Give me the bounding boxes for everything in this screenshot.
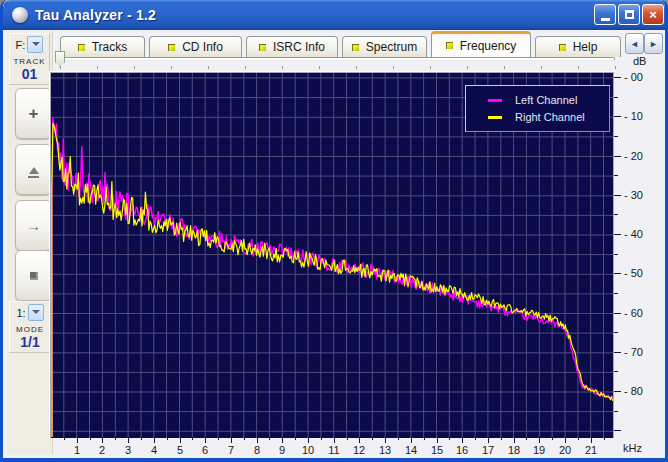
tab-spectrum[interactable]: Spectrum [342, 36, 427, 57]
track-label: TRACK [10, 57, 49, 66]
tab-cd-info[interactable]: CD Info [149, 36, 242, 57]
db-tick-label: - 60 [624, 307, 643, 319]
position-slider-track[interactable] [58, 57, 615, 61]
mode-combo-dropdown[interactable] [28, 304, 44, 321]
slider-tick [430, 66, 431, 69]
db-tick [614, 332, 618, 333]
khz-tick-label: 14 [401, 444, 421, 456]
khz-tick-label: 21 [581, 444, 601, 456]
khz-tick-label: 10 [298, 444, 318, 456]
plus-icon: + [29, 107, 39, 121]
legend-entry: Right Channel [488, 111, 609, 123]
close-icon: × [649, 7, 657, 22]
khz-tick [424, 437, 425, 440]
slider-tick [578, 66, 579, 69]
chart-legend: Left ChannelRight Channel [465, 85, 610, 132]
track-number: 01 [10, 66, 49, 82]
db-tick-label: - 10 [624, 110, 643, 122]
maximize-icon [625, 10, 634, 19]
tab-isrc-info[interactable]: ISRC Info [246, 36, 338, 57]
slider-tick [356, 66, 357, 69]
khz-tick [398, 437, 399, 440]
khz-tick-label: 12 [349, 444, 369, 456]
tab-help[interactable]: Help [535, 36, 621, 57]
khz-tick [604, 437, 605, 440]
khz-tick [462, 437, 463, 443]
chevron-left-icon: ◄ [630, 39, 639, 49]
khz-tick [526, 437, 527, 440]
title-bar[interactable]: Tau Analyzer - 1.2 × [3, 0, 668, 30]
app-window: Tau Analyzer - 1.2 × TracksCD InfoISRC I… [0, 0, 668, 462]
khz-tick [102, 437, 103, 443]
db-tick-label: - 40 [624, 228, 643, 240]
db-tick [614, 293, 618, 294]
khz-tick [565, 437, 566, 443]
tab-scroll-left-button[interactable]: ◄ [625, 33, 644, 54]
khz-tick [128, 437, 129, 443]
khz-tick-label: 11 [324, 444, 344, 456]
khz-tick [218, 437, 219, 440]
tab-frequency[interactable]: Frequency [431, 31, 531, 57]
drive-track-panel: F: TRACK 01 [9, 33, 50, 85]
khz-tick [475, 437, 476, 440]
mode-combo[interactable]: 1: [10, 304, 50, 321]
tab-tracks[interactable]: Tracks [60, 36, 145, 57]
tab-label: Tracks [92, 40, 128, 54]
tab-scroll-right-button[interactable]: ► [644, 33, 663, 54]
tab-led-icon [168, 44, 175, 51]
khz-tick [77, 437, 78, 443]
db-tick-label: - 80 [624, 385, 643, 397]
khz-tick [205, 437, 206, 443]
slider-tick [171, 66, 172, 69]
drive-combo[interactable]: F: [10, 36, 49, 53]
db-tick [614, 430, 621, 431]
drive-combo-label: F: [16, 39, 26, 51]
position-slider-thumb[interactable] [55, 51, 65, 67]
mode-value: 1/1 [10, 334, 50, 350]
khz-tick-label: 13 [375, 444, 395, 456]
minimize-button[interactable] [594, 4, 616, 25]
khz-tick-label: 7 [221, 444, 241, 456]
khz-tick-label: 9 [272, 444, 292, 456]
tab-led-icon [78, 44, 85, 51]
khz-tick-label: 15 [427, 444, 447, 456]
app-sphere-icon [12, 7, 28, 23]
stop-button[interactable] [15, 250, 52, 301]
drive-combo-dropdown[interactable] [27, 36, 43, 53]
khz-tick [90, 437, 91, 440]
khz-tick [539, 437, 540, 443]
maximize-button[interactable] [618, 4, 640, 25]
khz-tick [449, 437, 450, 440]
khz-tick [591, 437, 592, 443]
slider-tick [97, 66, 98, 69]
close-button[interactable]: × [642, 4, 664, 25]
arrow-right-icon: → [26, 217, 41, 234]
tab-led-icon [352, 44, 359, 51]
khz-tick [180, 437, 181, 443]
khz-tick-label: 4 [144, 444, 164, 456]
khz-tick [411, 437, 412, 443]
db-axis-unit: dB [633, 55, 646, 67]
khz-tick [295, 437, 296, 440]
slider-tick [245, 66, 246, 69]
tab-label: ISRC Info [273, 40, 325, 54]
window-title: Tau Analyzer - 1.2 [35, 7, 156, 23]
stop-icon [30, 272, 38, 280]
eject-button[interactable] [15, 144, 52, 195]
khz-tick [437, 437, 438, 443]
db-tick [614, 352, 621, 353]
slider-tick [504, 66, 505, 69]
slider-tick [282, 66, 283, 69]
khz-tick [578, 437, 579, 440]
db-tick [614, 254, 618, 255]
add-track-button[interactable]: + [15, 88, 52, 139]
khz-tick-label: 3 [118, 444, 138, 456]
khz-tick [501, 437, 502, 440]
slider-tick [541, 66, 542, 69]
legend-swatch [488, 99, 502, 102]
tab-led-icon [446, 42, 453, 49]
legend-label: Right Channel [515, 111, 585, 123]
next-button[interactable]: → [15, 200, 52, 251]
db-tick-label: - 30 [624, 189, 643, 201]
khz-tick-label: 16 [452, 444, 472, 456]
